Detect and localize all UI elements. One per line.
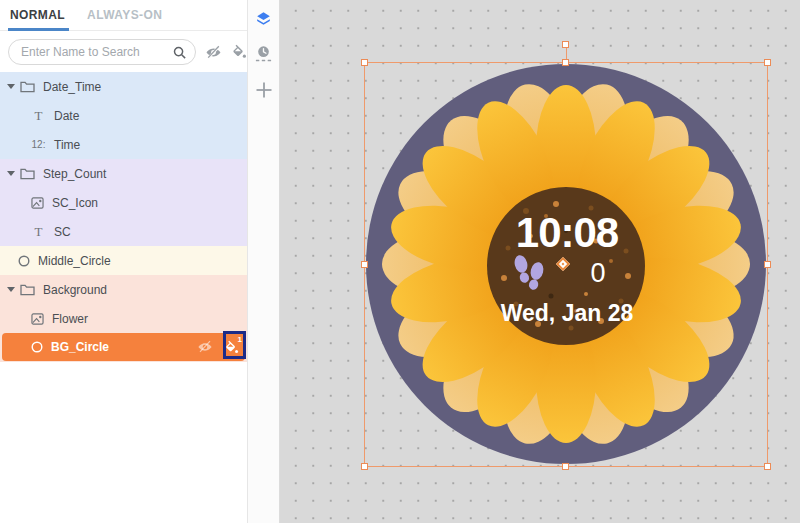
canvas-toolstrip bbox=[248, 0, 280, 523]
digital-time-icon: 12: bbox=[31, 139, 46, 150]
layer-label: Flower bbox=[52, 312, 88, 326]
layer-label: Background bbox=[43, 283, 107, 297]
annotation-highlight-box bbox=[223, 331, 246, 359]
layer-label: SC_Icon bbox=[52, 196, 98, 210]
layer-row-date[interactable]: T Date bbox=[0, 101, 247, 130]
layer-row-middle-circle[interactable]: Middle_Circle bbox=[0, 246, 247, 275]
layers-sidebar: NORMAL ALWAYS-ON bbox=[0, 0, 248, 523]
search-input[interactable] bbox=[21, 45, 172, 59]
resize-handle-top[interactable] bbox=[562, 59, 569, 66]
search-icon[interactable] bbox=[172, 45, 187, 60]
mode-tabs: NORMAL ALWAYS-ON bbox=[0, 0, 247, 31]
folder-icon bbox=[20, 80, 35, 93]
search-pill bbox=[8, 39, 196, 65]
layer-row-background-group[interactable]: Background bbox=[0, 275, 247, 304]
layer-row-time[interactable]: 12: Time bbox=[0, 130, 247, 159]
image-icon bbox=[31, 197, 44, 209]
image-icon bbox=[31, 313, 44, 325]
layer-row-sc-icon[interactable]: SC_Icon bbox=[0, 188, 247, 217]
layer-row-step-count-group[interactable]: Step_Count bbox=[0, 159, 247, 188]
tab-always-on[interactable]: ALWAYS-ON bbox=[87, 0, 162, 31]
resize-handle-bottom-right[interactable] bbox=[764, 463, 771, 470]
layer-label: SC bbox=[54, 225, 71, 239]
layer-label: Time bbox=[54, 138, 80, 152]
hide-all-visibility-off-icon[interactable] bbox=[205, 44, 222, 61]
layer-label: Step_Count bbox=[43, 167, 106, 181]
layer-label: Date bbox=[54, 109, 79, 123]
time-preview-icon[interactable] bbox=[254, 44, 274, 64]
design-canvas[interactable]: 10:08 0 Wed, Jan 28 bbox=[280, 0, 800, 523]
layer-label: BG_Circle bbox=[51, 340, 109, 354]
layer-list: Date_Time T Date 12: Time Step_Coun bbox=[0, 72, 247, 362]
search-row bbox=[0, 31, 247, 72]
text-icon: T bbox=[31, 108, 46, 124]
visibility-off-icon[interactable] bbox=[197, 339, 213, 355]
folder-icon bbox=[20, 283, 35, 296]
selection-bounding-box[interactable] bbox=[364, 62, 768, 467]
layer-label: Middle_Circle bbox=[38, 254, 111, 268]
resize-handle-right[interactable] bbox=[764, 261, 771, 268]
collapse-caret-icon[interactable] bbox=[7, 171, 15, 176]
circle-icon bbox=[31, 341, 43, 353]
resize-handle-top-left[interactable] bbox=[361, 59, 368, 66]
circle-icon bbox=[18, 255, 30, 267]
layer-row-bg-circle[interactable]: BG_Circle 1 bbox=[0, 333, 247, 362]
tab-normal[interactable]: NORMAL bbox=[10, 0, 65, 31]
collapse-caret-icon[interactable] bbox=[7, 287, 15, 292]
text-icon: T bbox=[31, 224, 46, 240]
watch-face-studio-app: NORMAL ALWAYS-ON bbox=[0, 0, 800, 523]
theme-paint-bucket-icon[interactable] bbox=[231, 44, 247, 60]
layers-icon[interactable] bbox=[254, 8, 274, 28]
layer-label: Date_Time bbox=[43, 80, 101, 94]
resize-handle-bottom-left[interactable] bbox=[361, 463, 368, 470]
resize-handle-left[interactable] bbox=[361, 261, 368, 268]
add-icon[interactable] bbox=[254, 80, 274, 100]
resize-handle-top-right[interactable] bbox=[764, 59, 771, 66]
rotate-handle[interactable] bbox=[562, 41, 569, 48]
folder-icon bbox=[20, 167, 35, 180]
layer-row-flower[interactable]: Flower bbox=[0, 304, 247, 333]
layer-row-date-time-group[interactable]: Date_Time bbox=[0, 72, 247, 101]
layer-row-sc[interactable]: T SC bbox=[0, 217, 247, 246]
resize-handle-bottom[interactable] bbox=[562, 463, 569, 470]
collapse-caret-icon[interactable] bbox=[7, 84, 15, 89]
